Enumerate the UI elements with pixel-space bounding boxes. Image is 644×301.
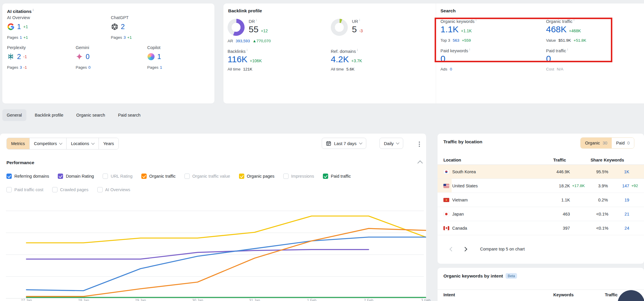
backlinks-label: Backlinks xyxy=(228,48,248,54)
info-icon[interactable] xyxy=(476,18,476,22)
ai-source-value[interactable]: 1 xyxy=(17,23,21,31)
filter-locations-button[interactable]: Locations xyxy=(66,138,99,149)
filter-competitors-button[interactable]: Competitors xyxy=(29,138,66,149)
location-row-canada[interactable]: Canada 397 <0.1% 24 xyxy=(438,221,644,235)
organic-traffic-value[interactable]: 468K xyxy=(546,25,567,34)
info-icon[interactable] xyxy=(567,48,568,51)
metric-checkbox-domain-rating[interactable]: Domain Rating xyxy=(58,174,94,179)
dr-delta: +12 xyxy=(261,28,268,33)
checkbox-icon xyxy=(323,174,328,179)
location-keywords[interactable]: 1K xyxy=(608,169,629,174)
location-keywords[interactable]: 147 xyxy=(608,184,629,188)
organic-keywords-value[interactable]: 1.1K xyxy=(440,25,459,34)
organic-paid-toggle: Organic30Paid0 xyxy=(580,137,634,149)
chevron-down-icon xyxy=(91,141,94,144)
info-icon[interactable] xyxy=(574,18,574,22)
ai-citations-card: AI citations AI Overview 1+1 Pages1+1 Ch… xyxy=(2,4,214,103)
metric-checkbox-impressions[interactable]: Impressions xyxy=(283,174,314,179)
date-range-button[interactable]: Last 7 days xyxy=(322,138,366,149)
ai-source-name: Perplexity xyxy=(7,45,27,50)
filter-years-button[interactable]: Years xyxy=(99,138,118,149)
info-icon[interactable] xyxy=(359,18,360,22)
intent-table-header: Intent Keywords Traffic xyxy=(438,290,644,300)
ai-citations-title: AI citations xyxy=(7,8,33,14)
ref-domains-label: Ref. domains xyxy=(331,48,358,54)
location-row-japan[interactable]: Japan 463 <0.1% 21 xyxy=(438,207,644,221)
location-traffic-delta: +17.8K xyxy=(570,184,596,188)
toggle-organic[interactable]: Organic30 xyxy=(581,138,612,148)
metric-checkbox-ai-overviews[interactable]: AI Overviews xyxy=(97,187,130,192)
info-icon[interactable] xyxy=(256,18,257,22)
ai-source-name: Copilot xyxy=(147,45,164,50)
location-share: 3.9% xyxy=(596,184,608,188)
search-title: Search xyxy=(440,8,456,14)
dr-donut xyxy=(228,19,245,36)
location-row-south-korea[interactable]: South Korea 446.9K 95.5% 1K xyxy=(438,165,644,179)
location-row-united-states[interactable]: United States 18.2K +17.8K 3.9% 147 +92 xyxy=(438,179,644,193)
tab-general[interactable]: General xyxy=(2,109,26,121)
paid-traffic-value[interactable]: 0 xyxy=(546,54,551,63)
metric-checkbox-organic-traffic-value[interactable]: Organic traffic value xyxy=(184,174,230,179)
ref-domains-delta: +3.7K xyxy=(351,58,362,63)
ai-source-value[interactable]: 0 xyxy=(86,53,89,61)
location-keywords[interactable]: 19 xyxy=(608,198,629,202)
x-tick-label: 28 Jan xyxy=(69,298,98,301)
location-row-vietnam[interactable]: Vietnam 1.1K 0.2% 19 xyxy=(438,193,644,207)
checkbox-icon xyxy=(184,174,190,179)
ai-source-value[interactable]: 2 xyxy=(121,23,125,31)
ai-source-ai-overview: AI Overview 1+1 Pages1+1 xyxy=(7,15,30,40)
paid-keywords-value[interactable]: 0 xyxy=(440,54,445,63)
top3-value[interactable]: 563 xyxy=(453,38,460,43)
collapse-section-icon[interactable] xyxy=(417,160,423,166)
seo-dashboard: AI citations AI Overview 1+1 Pages1+1 Ch… xyxy=(0,0,644,301)
location-keywords[interactable]: 21 xyxy=(608,212,629,216)
tab-paid-search[interactable]: Paid search xyxy=(113,109,145,121)
ar-delta: ▲770,070 xyxy=(252,39,271,43)
us-flag-icon xyxy=(443,184,449,188)
performance-line-chart xyxy=(0,203,426,300)
report-tabs: GeneralBacklink profileOrganic searchPai… xyxy=(2,109,145,121)
metric-checkbox-paid-traffic-cost[interactable]: Paid traffic cost xyxy=(6,187,43,192)
x-tick-label: 3 Feb xyxy=(411,298,440,301)
top3-line: Top 3 563 +559 xyxy=(440,38,471,43)
ai-source-value[interactable]: 2 xyxy=(17,53,21,61)
ar-value[interactable]: 393,593 xyxy=(236,39,250,43)
metric-checkbox-crawled-pages[interactable]: Crawled pages xyxy=(52,187,89,192)
info-icon[interactable] xyxy=(469,48,470,51)
ai-source-value[interactable]: 1 xyxy=(157,53,161,61)
filter-metrics-button[interactable]: Metrics xyxy=(7,138,29,149)
ur-delta: -3 xyxy=(359,28,363,33)
info-icon[interactable] xyxy=(33,8,34,12)
compare-top5-link[interactable]: Compare top 5 on chart xyxy=(480,247,525,251)
metric-checkbox-referring-domains[interactable]: Referring domains xyxy=(6,174,49,179)
traffic-by-location-card: Traffic by location Organic30Paid0 Locat… xyxy=(438,134,644,264)
ref-domains-value[interactable]: 4.2K xyxy=(331,55,349,64)
location-pagination: Compare top 5 on chart xyxy=(450,244,525,254)
keywords-by-intent-title: Organic keywords by intentBeta xyxy=(443,273,517,279)
checkbox-icon xyxy=(6,187,12,192)
metric-checkbox-organic-traffic[interactable]: Organic traffic xyxy=(141,174,176,179)
metric-checkbox-url-rating[interactable]: URL Rating xyxy=(103,174,132,179)
filter-button-group: MetricsCompetitorsLocationsYears xyxy=(6,138,119,149)
toggle-paid[interactable]: Paid0 xyxy=(612,138,634,148)
metric-checkbox-paid-traffic[interactable]: Paid traffic xyxy=(323,174,351,179)
more-options-button[interactable] xyxy=(418,139,421,149)
ads-line: Ads 0 xyxy=(440,67,452,71)
backlinks-alltime: All time 121K xyxy=(228,67,252,71)
ur-value: 5 xyxy=(352,25,357,34)
performance-card: MetricsCompetitorsLocationsYears Last 7 … xyxy=(0,134,426,301)
granularity-button[interactable]: Daily xyxy=(379,138,403,149)
kr-flag-icon xyxy=(443,170,449,174)
next-page-icon[interactable] xyxy=(463,247,467,251)
location-keywords[interactable]: 24 xyxy=(608,226,629,231)
backlinks-value[interactable]: 116K xyxy=(228,55,248,64)
prev-page-icon[interactable] xyxy=(450,247,454,251)
backlinks-delta: +106K xyxy=(250,58,262,63)
tab-organic-search[interactable]: Organic search xyxy=(72,109,109,121)
info-icon[interactable] xyxy=(357,48,357,52)
ai-source-gemini: Gemini 0 Pages0 xyxy=(76,45,92,70)
info-icon[interactable] xyxy=(247,48,247,52)
metric-checkbox-organic-pages[interactable]: Organic pages xyxy=(239,174,274,179)
organic-keywords-label: Organic keywords xyxy=(440,18,476,24)
tab-backlink-profile[interactable]: Backlink profile xyxy=(30,109,68,121)
